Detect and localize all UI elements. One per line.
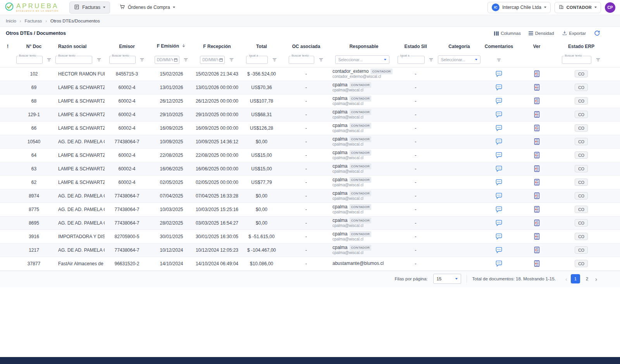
filter-frecepcion-date[interactable] xyxy=(200,56,225,64)
view-document-icon[interactable] xyxy=(534,152,540,158)
filter-icon[interactable] xyxy=(140,57,145,62)
comments-icon[interactable] xyxy=(495,192,503,199)
density-icon xyxy=(529,31,533,35)
filter-icon[interactable] xyxy=(229,57,234,62)
table-row[interactable]: 64 LAMPE & SCHWARTZE 60002-4 22/08/2025 … xyxy=(0,148,620,162)
table-row[interactable]: 62 LAMPE & SCHWARTZE 60002-4 02/05/2025 … xyxy=(0,175,620,189)
cell-estado-sii: - xyxy=(395,108,436,121)
columns-button[interactable]: Columnas xyxy=(494,31,521,36)
comments-icon[interactable] xyxy=(495,206,503,213)
role-selector[interactable]: CONTADOR xyxy=(555,2,601,13)
view-document-icon[interactable] xyxy=(534,247,540,253)
filter-icon[interactable] xyxy=(429,57,434,62)
view-document-icon[interactable] xyxy=(534,179,540,185)
filter-femision-date[interactable] xyxy=(155,56,179,64)
filter-icon[interactable] xyxy=(183,57,188,62)
comments-icon[interactable] xyxy=(495,233,503,240)
export-button[interactable]: Exportar xyxy=(562,30,586,36)
company-selector[interactable]: IC Intercap Chile Ltda xyxy=(487,2,551,13)
filter-categoria-select[interactable]: Seleccionar... xyxy=(438,55,480,64)
user-avatar[interactable]: CP xyxy=(605,2,615,13)
table-row[interactable]: 8695 AG. DE AD. PAMELA ORTEGA 77438064-7… xyxy=(0,216,620,230)
column-header-responsable[interactable]: Responsable xyxy=(329,40,395,53)
column-header-frecepcion[interactable]: F Recepción xyxy=(194,40,240,53)
cell-oc-asociada: - xyxy=(283,230,329,243)
download-icon xyxy=(562,30,567,36)
view-document-icon[interactable] xyxy=(534,138,540,145)
column-header-ndoc[interactable]: N° Doc xyxy=(16,40,52,53)
comments-icon[interactable] xyxy=(495,111,503,118)
table-row[interactable]: 68 LAMPE & SCHWARTZE 60002-4 26/12/2025 … xyxy=(0,94,620,108)
filter-icon[interactable] xyxy=(46,57,52,62)
cell-razon-social: AG. DE AD. PAMELA ORTEGA xyxy=(52,203,105,216)
table-row[interactable]: 66 LAMPE & SCHWARTZE 60002-4 16/09/2025 … xyxy=(0,121,620,135)
cell-total: $ -104.467,00 xyxy=(240,243,283,257)
comments-icon[interactable] xyxy=(495,152,503,159)
view-document-icon[interactable] xyxy=(534,260,540,267)
comments-icon[interactable] xyxy=(495,247,503,254)
comments-icon[interactable] xyxy=(495,98,503,105)
view-document-icon[interactable] xyxy=(534,220,540,226)
comments-icon[interactable] xyxy=(495,84,503,91)
view-document-icon[interactable] xyxy=(534,165,540,172)
view-document-icon[interactable] xyxy=(534,206,540,213)
breadcrumb-facturas[interactable]: Facturas xyxy=(25,19,42,23)
column-header-razon[interactable]: Razón social xyxy=(52,40,105,53)
filter-icon[interactable] xyxy=(319,57,324,62)
comments-icon[interactable] xyxy=(495,179,503,186)
breadcrumb-inicio[interactable]: Inicio xyxy=(6,19,16,23)
documents-table: ! N° Doc Razón social Emisor F Emisión F… xyxy=(0,40,620,271)
table-row[interactable]: 69 LAMPE & SCHWARTZE 60002-4 13/01/2026 … xyxy=(0,81,620,94)
view-document-icon[interactable] xyxy=(534,125,540,131)
cell-oc-asociada: - xyxy=(283,203,329,216)
breadcrumb: Inicio Facturas Otros DTEs/Documentos xyxy=(0,15,620,27)
column-header-ver: Ver xyxy=(515,40,558,53)
comments-icon[interactable] xyxy=(495,125,503,132)
table-row[interactable]: 102 HECTOR RAMON FUENTES M 8455715-3 15/… xyxy=(0,67,620,81)
table-row[interactable]: 10540 AG. DE AD. PAMELA ORTEGA 77438064-… xyxy=(0,135,620,148)
filter-icon[interactable] xyxy=(272,57,277,62)
comments-icon[interactable] xyxy=(495,70,503,77)
comments-icon[interactable] xyxy=(495,260,503,267)
comments-icon[interactable] xyxy=(495,165,503,172)
prev-page-icon[interactable]: ‹ xyxy=(564,276,568,282)
table-row[interactable]: 37877 FastAir Almacenes de Carga 9663152… xyxy=(0,257,620,270)
filter-icon[interactable] xyxy=(596,57,601,62)
page-button-1[interactable]: 1 xyxy=(571,274,580,283)
view-document-icon[interactable] xyxy=(534,192,540,199)
comments-icon[interactable] xyxy=(495,138,503,145)
table-row[interactable]: 8974 AG. DE AD. PAMELA ORTEGA 77438064-7… xyxy=(0,189,620,203)
filter-icon[interactable] xyxy=(496,58,501,63)
column-header-femision[interactable]: F Emisión xyxy=(149,40,194,53)
rows-per-page-select[interactable]: 15 xyxy=(433,274,461,284)
cell-razon-social: AG. DE AD. PAMELA ORTEGA xyxy=(52,243,105,257)
column-header-categoria[interactable]: Categoría xyxy=(436,40,482,53)
nav-facturas-button[interactable]: Facturas xyxy=(69,2,110,14)
next-page-icon[interactable]: › xyxy=(594,276,598,282)
cell-razon-social: LAMPE & SCHWARTZE xyxy=(52,121,105,135)
table-row[interactable]: 129-1 LAMPE & SCHWARTZE 60002-4 29/10/20… xyxy=(0,108,620,121)
view-document-icon[interactable] xyxy=(534,111,540,118)
filter-icon[interactable] xyxy=(96,57,102,62)
responsable-role-badge: CONTADOR xyxy=(350,82,371,88)
responsable-name: cpalma xyxy=(332,137,348,142)
view-document-icon[interactable] xyxy=(534,84,540,91)
view-document-icon[interactable] xyxy=(534,70,540,77)
table-row[interactable]: 8775 AG. DE AD. PAMELA ORTEGA 77438064-7… xyxy=(0,203,620,216)
view-document-icon[interactable] xyxy=(534,98,540,104)
column-header-total[interactable]: Total xyxy=(240,40,283,53)
column-header-emisor[interactable]: Emisor xyxy=(105,40,149,53)
column-header-oc[interactable]: OC asociada xyxy=(283,40,329,53)
filter-responsable-select[interactable]: Seleccionar... xyxy=(335,55,389,64)
page-button-2[interactable]: 2 xyxy=(582,274,592,283)
table-row[interactable]: 63 LAMPE & SCHWARTZE 60002-4 16/06/2025 … xyxy=(0,162,620,175)
column-header-erp[interactable]: Estado ERP xyxy=(558,40,604,53)
comments-icon[interactable] xyxy=(495,220,503,227)
column-header-sii[interactable]: Estado SII xyxy=(395,40,436,53)
table-row[interactable]: 1217 AG. DE AD. PAMELA ORTEGA 77438064-7… xyxy=(0,243,620,257)
table-row[interactable]: 3916 IMPORTADORA Y DISTRIBUI 82705900-5 … xyxy=(0,230,620,243)
density-button[interactable]: Densidad xyxy=(529,31,554,36)
nav-ordenes-button[interactable]: Órdenes de Compra xyxy=(115,1,180,14)
view-document-icon[interactable] xyxy=(534,233,540,240)
refresh-button[interactable] xyxy=(594,30,600,37)
